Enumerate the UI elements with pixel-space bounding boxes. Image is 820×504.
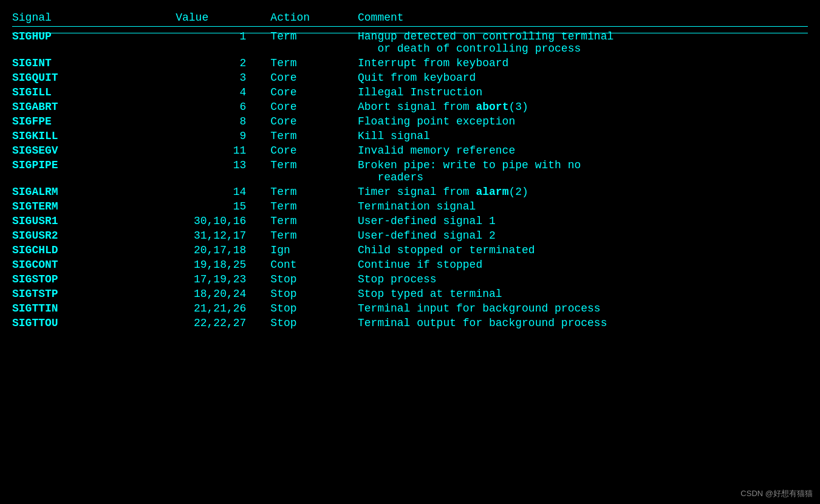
- signal-name: SIGSTOP: [12, 272, 138, 287]
- signal-name: SIGKILL: [12, 129, 138, 143]
- signal-name: SIGILL: [12, 85, 138, 100]
- signal-name: SIGTERM: [12, 199, 138, 214]
- signal-name: SIGCHLD: [12, 243, 138, 257]
- signals-table-container: Signal Value Action Comment SIGHUP1TermH…: [12, 6, 808, 330]
- signal-comment: Interrupt from keyboard: [358, 56, 808, 70]
- signal-value: 6: [138, 100, 270, 114]
- signal-action: Term: [270, 129, 358, 143]
- signal-action: Term: [270, 228, 358, 243]
- signal-comment: Stop process: [358, 272, 808, 287]
- signal-comment: Stop typed at terminal: [358, 287, 808, 301]
- signal-action: Ign: [270, 243, 358, 257]
- signal-action: Stop: [270, 301, 358, 316]
- table-row: SIGUSR231,12,17TermUser-defined signal 2: [12, 228, 808, 243]
- signal-value: 18,20,24: [138, 287, 270, 301]
- signal-name: SIGUSR2: [12, 228, 138, 243]
- signal-comment: Illegal Instruction: [358, 85, 808, 100]
- signal-comment: Terminal output for background process: [358, 316, 808, 330]
- signal-name: SIGABRT: [12, 100, 138, 114]
- signal-comment: Kill signal: [358, 129, 808, 143]
- signal-action: Term: [270, 214, 358, 228]
- col-signal-header: Signal: [12, 9, 138, 27]
- signal-action: Term: [270, 185, 358, 199]
- signal-value: 11: [138, 143, 270, 158]
- table-row: SIGTTOU22,22,27StopTerminal output for b…: [12, 316, 808, 330]
- signal-name: SIGTSTP: [12, 287, 138, 301]
- col-value-header: Value: [138, 9, 270, 27]
- table-row: SIGTTIN21,21,26StopTerminal input for ba…: [12, 301, 808, 316]
- signal-action: Core: [270, 70, 358, 85]
- signal-action: Term: [270, 199, 358, 214]
- watermark-text: CSDN @好想有猫猫: [740, 488, 813, 499]
- table-row: SIGTERM15TermTermination signal: [12, 199, 808, 214]
- signal-comment: User-defined signal 1: [358, 214, 808, 228]
- signal-value: 3: [138, 70, 270, 85]
- signal-value: 13: [138, 158, 270, 185]
- table-row: SIGSEGV11CoreInvalid memory reference: [12, 143, 808, 158]
- signals-table: Signal Value Action Comment SIGHUP1TermH…: [12, 9, 808, 330]
- table-row: SIGKILL9TermKill signal: [12, 129, 808, 143]
- signal-comment: Continue if stopped: [358, 257, 808, 272]
- signal-action: Core: [270, 114, 358, 129]
- signal-name: SIGTTIN: [12, 301, 138, 316]
- signal-value: 21,21,26: [138, 301, 270, 316]
- signal-action: Stop: [270, 316, 358, 330]
- signal-comment: User-defined signal 2: [358, 228, 808, 243]
- signal-comment: Abort signal from abort(3): [358, 100, 808, 114]
- signal-value: 4: [138, 85, 270, 100]
- table-row: SIGALRM14TermTimer signal from alarm(2): [12, 185, 808, 199]
- signal-comment: Floating point exception: [358, 114, 808, 129]
- signal-name: SIGUSR1: [12, 214, 138, 228]
- signal-comment: Broken pipe: write to pipe with no reade…: [358, 158, 808, 185]
- signal-action: Term: [270, 158, 358, 185]
- signal-name: SIGQUIT: [12, 70, 138, 85]
- signal-value: 15: [138, 199, 270, 214]
- signal-action: Term: [270, 56, 358, 70]
- signal-name: SIGPIPE: [12, 158, 138, 185]
- signal-value: 9: [138, 129, 270, 143]
- signal-action: Stop: [270, 287, 358, 301]
- table-row: SIGTSTP18,20,24StopStop typed at termina…: [12, 287, 808, 301]
- signal-action: Core: [270, 143, 358, 158]
- table-row: SIGUSR130,10,16TermUser-defined signal 1: [12, 214, 808, 228]
- signal-value: 31,12,17: [138, 228, 270, 243]
- signal-value: 19,18,25: [138, 257, 270, 272]
- signal-name: SIGCONT: [12, 257, 138, 272]
- signal-comment: Child stopped or terminated: [358, 243, 808, 257]
- signal-comment: Timer signal from alarm(2): [358, 185, 808, 199]
- signal-action: Core: [270, 85, 358, 100]
- table-row: SIGCHLD20,17,18IgnChild stopped or termi…: [12, 243, 808, 257]
- table-row: SIGINT2TermInterrupt from keyboard: [12, 56, 808, 70]
- signal-value: 14: [138, 185, 270, 199]
- signal-comment: Invalid memory reference: [358, 143, 808, 158]
- table-row: SIGSTOP17,19,23StopStop process: [12, 272, 808, 287]
- table-row: SIGCONT19,18,25ContContinue if stopped: [12, 257, 808, 272]
- table-row: SIGFPE8CoreFloating point exception: [12, 114, 808, 129]
- col-action-header: Action: [270, 9, 358, 27]
- signal-name: SIGINT: [12, 56, 138, 70]
- signal-value: 30,10,16: [138, 214, 270, 228]
- signal-name: SIGSEGV: [12, 143, 138, 158]
- signal-action: Core: [270, 100, 358, 114]
- signal-comment: Terminal input for background process: [358, 301, 808, 316]
- signal-value: 2: [138, 56, 270, 70]
- signal-value: 22,22,27: [138, 316, 270, 330]
- table-row: SIGQUIT3CoreQuit from keyboard: [12, 70, 808, 85]
- signal-value: 20,17,18: [138, 243, 270, 257]
- signal-name: SIGFPE: [12, 114, 138, 129]
- signal-comment: Termination signal: [358, 199, 808, 214]
- signal-value: 17,19,23: [138, 272, 270, 287]
- col-comment-header: Comment: [358, 9, 808, 27]
- signal-name: SIGTTOU: [12, 316, 138, 330]
- signal-name: SIGALRM: [12, 185, 138, 199]
- signal-action: Cont: [270, 257, 358, 272]
- signal-action: Stop: [270, 272, 358, 287]
- signal-comment: Quit from keyboard: [358, 70, 808, 85]
- table-row: SIGPIPE13TermBroken pipe: write to pipe …: [12, 158, 808, 185]
- table-row: SIGILL4CoreIllegal Instruction: [12, 85, 808, 100]
- signal-value: 8: [138, 114, 270, 129]
- table-row: SIGABRT6CoreAbort signal from abort(3): [12, 100, 808, 114]
